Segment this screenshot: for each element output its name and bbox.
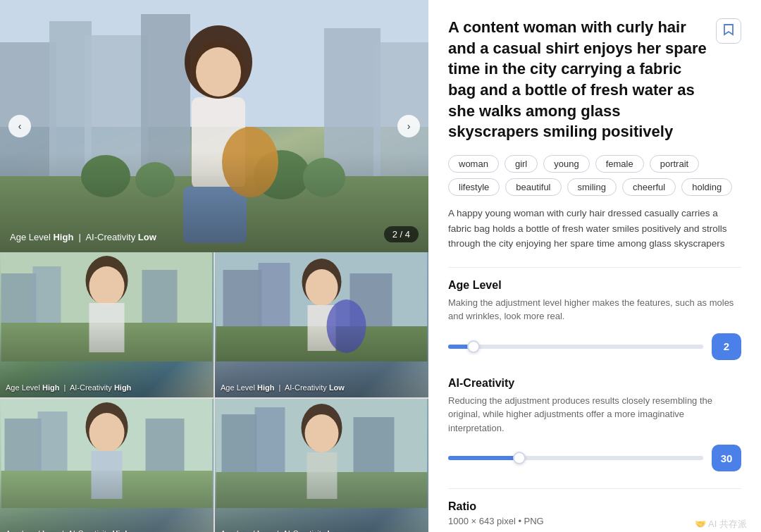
nav-next-button[interactable]: › — [397, 115, 420, 137]
svg-rect-47 — [216, 472, 428, 508]
image-counter: 2 / 4 — [384, 226, 419, 242]
watermark: 🤝 AI 共存派 — [695, 518, 747, 531]
left-panel: ‹ › Age Level High | AI-Creativity Low 2… — [0, 0, 428, 532]
thumb-1-meta: Age Level High | AI-Creativity High — [6, 383, 131, 392]
svg-point-9 — [135, 162, 175, 197]
svg-point-23 — [86, 256, 128, 305]
svg-point-49 — [305, 414, 339, 452]
svg-point-31 — [302, 259, 342, 305]
svg-point-32 — [306, 269, 338, 306]
divider-1 — [448, 267, 741, 268]
svg-rect-28 — [259, 263, 290, 361]
tags-row: woman girl young female portrait lifesty… — [448, 155, 741, 196]
tag-lifestyle[interactable]: lifestyle — [448, 178, 500, 196]
main-title: A content woman with curly hair and a ca… — [448, 17, 707, 142]
thumb-3-meta: Age Level Low | AI-Creativity High — [6, 529, 130, 532]
tag-cheerful[interactable]: cheerful — [622, 178, 676, 196]
svg-point-15 — [222, 127, 278, 197]
svg-rect-21 — [142, 270, 178, 361]
svg-rect-4 — [141, 14, 190, 252]
tag-female[interactable]: female — [595, 155, 644, 173]
bookmark-button[interactable] — [716, 18, 741, 44]
svg-point-10 — [254, 150, 310, 199]
svg-rect-0 — [0, 0, 428, 127]
svg-point-34 — [327, 299, 366, 353]
tag-holding[interactable]: holding — [681, 178, 732, 196]
thumb-2-image — [215, 252, 428, 397]
thumbnail-grid: Age Level High | AI-Creativity High — [0, 252, 428, 532]
description-text: A happy young woman with curly hair dres… — [448, 206, 741, 252]
thumb-1[interactable]: Age Level High | AI-Creativity High — [0, 252, 214, 397]
svg-rect-5 — [324, 28, 380, 252]
svg-rect-46 — [354, 417, 395, 508]
svg-rect-14 — [183, 187, 247, 243]
svg-rect-44 — [222, 414, 257, 508]
thumb-4-image — [215, 399, 428, 532]
thumb-4-meta: Age Level Low | AI-Creativity Low — [221, 529, 342, 532]
age-level-desc: Making the adjustment level higher makes… — [448, 296, 741, 323]
age-level-title: Age Level — [448, 279, 741, 292]
main-image-meta: Age Level High | AI-Creativity Low — [10, 232, 156, 242]
tag-portrait[interactable]: portrait — [650, 155, 699, 173]
svg-rect-20 — [33, 266, 61, 361]
svg-rect-37 — [38, 412, 68, 508]
ai-creativity-fill — [448, 456, 519, 460]
tag-smiling[interactable]: smiling — [567, 178, 617, 196]
ratio-label: Ratio — [448, 500, 741, 513]
svg-rect-22 — [1, 323, 213, 361]
svg-rect-45 — [255, 407, 285, 508]
thumb-1-image — [0, 252, 214, 397]
svg-point-24 — [89, 266, 125, 306]
ai-creativity-title: AI-Creativity — [448, 377, 741, 390]
svg-point-41 — [89, 413, 125, 452]
svg-point-48 — [302, 404, 342, 452]
svg-point-12 — [192, 41, 245, 100]
age-level-slider-row: 2 — [448, 333, 741, 360]
svg-rect-42 — [92, 451, 123, 499]
divider-2 — [448, 488, 741, 489]
thumb-3-image — [0, 399, 214, 532]
svg-rect-35 — [1, 399, 213, 508]
thumb-4[interactable]: Age Level Low | AI-Creativity Low — [215, 399, 428, 532]
age-level-section: Age Level Making the adjustment level hi… — [448, 279, 741, 360]
ai-creativity-slider[interactable] — [448, 456, 703, 460]
thumb-2-meta: Age Level High | AI-Creativity Low — [221, 383, 345, 392]
svg-rect-36 — [5, 419, 42, 508]
age-level-slider[interactable] — [448, 345, 703, 349]
svg-rect-38 — [146, 419, 185, 508]
svg-point-8 — [81, 155, 130, 197]
svg-rect-1 — [0, 42, 56, 252]
tag-woman[interactable]: woman — [448, 155, 499, 173]
svg-rect-18 — [1, 252, 213, 361]
ai-creativity-section: AI-Creativity Reducing the adjustment pr… — [448, 377, 741, 472]
bookmark-icon — [723, 23, 734, 39]
svg-rect-30 — [216, 326, 428, 361]
tag-beautiful[interactable]: beautiful — [505, 178, 561, 196]
svg-rect-13 — [192, 97, 245, 189]
thumb-2[interactable]: Age Level High | AI-Creativity Low — [215, 252, 428, 397]
tag-girl[interactable]: girl — [505, 155, 538, 173]
ai-creativity-slider-row: 30 — [448, 445, 741, 471]
svg-point-17 — [196, 47, 241, 97]
svg-rect-2 — [49, 21, 92, 252]
title-row: A content woman with curly hair and a ca… — [448, 17, 741, 142]
main-image — [0, 0, 428, 252]
svg-rect-19 — [1, 273, 37, 361]
age-level-thumb[interactable] — [467, 340, 480, 353]
svg-rect-27 — [223, 270, 262, 361]
svg-rect-50 — [307, 452, 338, 499]
svg-rect-26 — [216, 252, 428, 361]
svg-point-16 — [185, 25, 252, 99]
tag-young[interactable]: young — [543, 155, 589, 173]
svg-point-11 — [303, 158, 345, 197]
nav-prev-button[interactable]: ‹ — [8, 115, 31, 137]
ai-creativity-value: 30 — [712, 445, 741, 471]
svg-point-40 — [86, 402, 128, 452]
thumb-3[interactable]: Age Level Low | AI-Creativity High — [0, 399, 214, 532]
right-panel: A content woman with curly hair and a ca… — [428, 0, 761, 532]
svg-rect-25 — [89, 303, 125, 352]
svg-rect-3 — [85, 35, 148, 252]
ai-creativity-thumb[interactable] — [513, 452, 526, 464]
svg-rect-6 — [373, 42, 428, 252]
svg-rect-39 — [1, 471, 213, 508]
